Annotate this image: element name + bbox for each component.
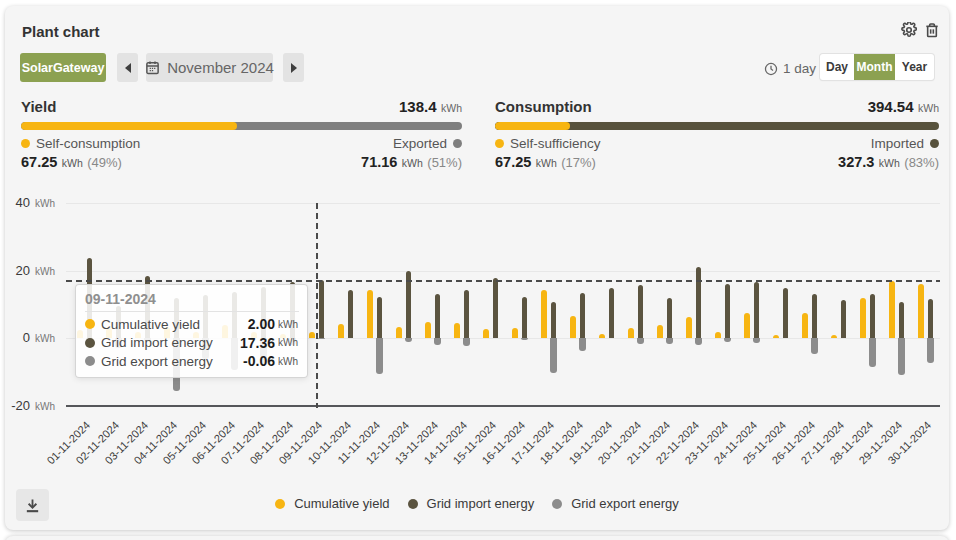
bar-yield-23-11-2024[interactable] [715,332,721,338]
y-axis-label-20: 20kWh [8,263,55,278]
bar-export-13-11-2024[interactable] [434,338,441,345]
bar-import-20-11-2024[interactable] [638,285,644,339]
legend-item-2[interactable]: Grid export energy [552,497,679,510]
bar-yield-30-11-2024[interactable] [918,284,924,338]
yellow-dot-icon [85,319,95,329]
bar-import-15-11-2024[interactable] [493,278,499,338]
legend-item-1[interactable]: Grid import energy [408,497,535,510]
legend-dot-icon [408,499,418,509]
bar-yield-25-11-2024[interactable] [773,335,779,339]
y-axis-label--20: -20kWh [8,398,55,413]
bar-import-11-11-2024[interactable] [377,297,383,338]
bar-export-21-11-2024[interactable] [666,338,673,343]
bar-export-14-11-2024[interactable] [463,338,470,346]
legend-dot-icon [275,499,285,509]
plant-chart-screen: Plant chart SolarGateway November 2024 [0,0,956,540]
bar-yield-20-11-2024[interactable] [628,328,634,339]
bar-import-16-11-2024[interactable] [522,297,528,338]
bar-yield-13-11-2024[interactable] [425,322,431,338]
bar-import-27-11-2024[interactable] [841,300,847,338]
bar-yield-16-11-2024[interactable] [512,328,518,338]
chart-legend: Cumulative yieldGrid import energyGrid e… [5,497,949,510]
bar-import-18-11-2024[interactable] [580,293,586,339]
y-axis-label-0: 0kWh [8,330,55,345]
tooltip-divider [85,311,299,312]
bar-import-24-11-2024[interactable] [754,282,760,338]
tooltip-rows-0-value: 2.00 [248,316,275,332]
bar-export-16-11-2024[interactable] [521,338,528,340]
bar-export-11-11-2024[interactable] [376,338,383,374]
bar-yield-19-11-2024[interactable] [599,334,605,338]
bar-yield-27-11-2024[interactable] [831,335,837,339]
bar-yield-17-11-2024[interactable] [541,290,547,339]
tooltip-rows-0-unit: kWh [278,319,297,330]
olive-dot-icon [85,338,95,348]
plant-chart: 40kWh20kWh0kWh-20kWh01-11-202402-11-2024… [0,0,956,540]
bar-yield-09-11-2024[interactable] [309,332,315,339]
tooltip-rows-1-unit: kWh [278,337,297,348]
tooltip-date: 09-11-2024 [85,291,297,307]
legend-dot-icon [552,499,562,509]
bar-yield-28-11-2024[interactable] [860,298,866,339]
x-axis-line [66,405,940,407]
bar-yield-15-11-2024[interactable] [483,329,489,338]
bar-export-28-11-2024[interactable] [869,338,876,367]
legend-label: Grid import energy [427,496,535,511]
bar-import-22-11-2024[interactable] [696,267,702,338]
tooltip-row-yield: Cumulative yield 2.00 kWh [85,315,297,334]
tooltip-rows-0-label: Cumulative yield [101,317,248,332]
legend-item-0[interactable]: Cumulative yield [275,497,389,510]
bar-yield-14-11-2024[interactable] [454,323,460,338]
bar-export-29-11-2024[interactable] [898,338,905,375]
consumption-progress-fill [495,122,570,130]
y-axis-label-40: 40kWh [8,195,55,210]
marker-line-horizontal [66,280,940,282]
bar-export-12-11-2024[interactable] [405,338,412,342]
gray-dot-icon [85,356,95,366]
bar-import-23-11-2024[interactable] [725,284,731,339]
tooltip-rows-2-label: Grid export energy [101,354,243,369]
legend-label: Grid export energy [571,496,679,511]
legend-label: Cumulative yield [294,496,389,511]
bar-import-29-11-2024[interactable] [899,302,905,339]
bar-yield-22-11-2024[interactable] [686,317,692,338]
bar-export-17-11-2024[interactable] [550,338,557,373]
bar-import-28-11-2024[interactable] [870,294,876,339]
bar-import-10-11-2024[interactable] [348,290,354,338]
bar-export-26-11-2024[interactable] [811,338,818,354]
bar-import-26-11-2024[interactable] [812,294,818,338]
bar-export-23-11-2024[interactable] [724,338,731,341]
bar-export-18-11-2024[interactable] [579,338,586,351]
bar-import-25-11-2024[interactable] [783,288,789,338]
tooltip-rows-2-unit: kWh [278,356,297,367]
bar-export-24-11-2024[interactable] [753,338,760,343]
bar-import-17-11-2024[interactable] [551,302,557,339]
bar-yield-18-11-2024[interactable] [570,316,576,338]
bar-import-13-11-2024[interactable] [435,294,441,339]
bar-yield-10-11-2024[interactable] [338,324,344,339]
bar-export-22-11-2024[interactable] [695,338,702,345]
bar-import-19-11-2024[interactable] [609,288,615,338]
bar-yield-11-11-2024[interactable] [367,290,373,339]
bar-export-30-11-2024[interactable] [927,338,934,362]
yield-progress-fill [21,122,237,130]
bar-import-14-11-2024[interactable] [464,290,470,338]
marker-line-vertical [316,203,318,408]
tooltip-row-import: Grid import energy 17.36 kWh [85,334,297,353]
bar-yield-24-11-2024[interactable] [744,313,750,338]
bar-yield-21-11-2024[interactable] [657,325,663,338]
chart-tooltip: 09-11-2024 Cumulative yield 2.00 kWh Gri… [75,284,308,378]
bar-yield-29-11-2024[interactable] [889,281,895,338]
bar-import-21-11-2024[interactable] [667,298,673,338]
tooltip-rows-1-value: 17.36 [240,335,275,351]
gridline-20 [66,271,940,272]
tooltip-row-export: Grid export energy -0.06 kWh [85,352,297,371]
bar-export-20-11-2024[interactable] [637,338,644,344]
gridline-40 [66,203,940,204]
bar-yield-12-11-2024[interactable] [396,327,402,339]
tooltip-rows-2-value: -0.06 [243,353,275,369]
bar-import-09-11-2024[interactable] [319,280,325,339]
bar-import-30-11-2024[interactable] [928,299,934,338]
bar-yield-26-11-2024[interactable] [802,313,808,338]
tooltip-rows-1-label: Grid import energy [101,335,240,350]
